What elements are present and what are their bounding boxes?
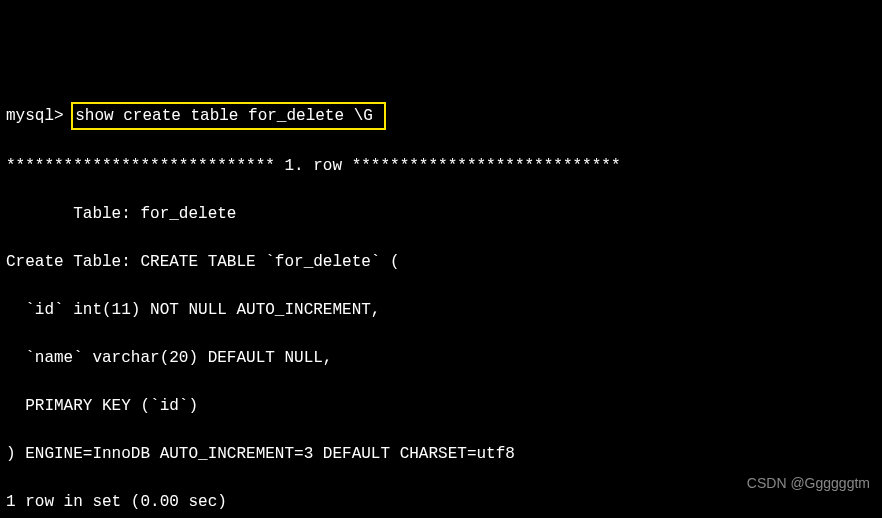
watermark-text: CSDN @Ggggggtm: [747, 473, 870, 494]
highlighted-command-1: show create table for_delete \G: [71, 102, 386, 130]
create-table-line-2: `id` int(11) NOT NULL AUTO_INCREMENT,: [6, 298, 876, 322]
cmd-line-1[interactable]: mysql> show create table for_delete \G: [6, 102, 876, 130]
row-separator: **************************** 1. row ****…: [6, 154, 876, 178]
create-table-line-4: PRIMARY KEY (`id`): [6, 394, 876, 418]
create-table-line-3: `name` varchar(20) DEFAULT NULL,: [6, 346, 876, 370]
result-line-1: 1 row in set (0.00 sec): [6, 490, 876, 514]
prompt: mysql>: [6, 107, 73, 125]
create-table-line-5: ) ENGINE=InnoDB AUTO_INCREMENT=3 DEFAULT…: [6, 442, 876, 466]
table-name-line: Table: for_delete: [6, 202, 876, 226]
create-table-line-1: Create Table: CREATE TABLE `for_delete` …: [6, 250, 876, 274]
